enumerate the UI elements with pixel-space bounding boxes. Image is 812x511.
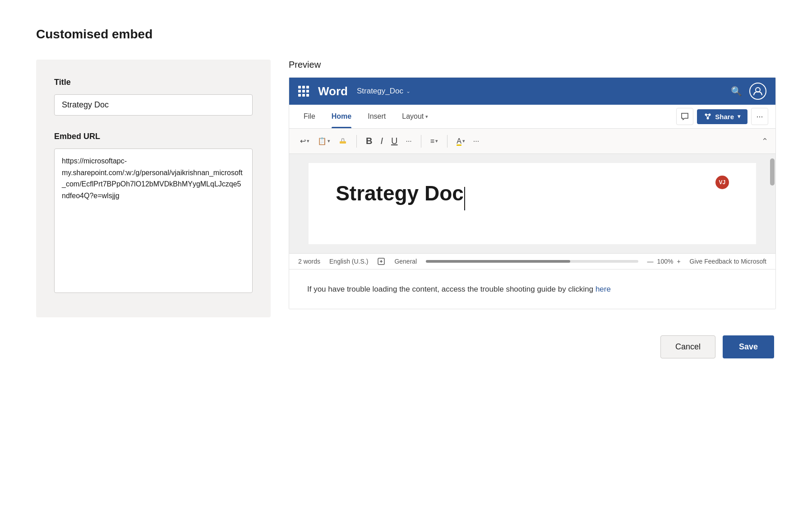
toolbar-divider-2 xyxy=(421,135,421,148)
italic-button[interactable]: I xyxy=(377,133,387,149)
ribbon-right: Share ▾ ··· xyxy=(676,108,768,125)
tab-layout[interactable]: Layout ▾ xyxy=(395,105,435,128)
doc-name-text: Strategy_Doc xyxy=(357,87,403,96)
toolbar-divider-3 xyxy=(447,135,448,148)
trouble-link[interactable]: here xyxy=(595,285,611,293)
word-topbar-right: 🔍 xyxy=(731,83,766,100)
word-statusbar: 2 words English (U.S.) General — 100% + … xyxy=(289,253,775,269)
embed-url-label: Embed URL xyxy=(54,132,253,141)
tab-home[interactable]: Home xyxy=(324,105,359,128)
zoom-level: 100% xyxy=(657,258,674,265)
word-preview: Word Strategy_Doc ⌄ 🔍 xyxy=(289,77,776,309)
word-page: Strategy Doc VJ xyxy=(309,163,756,244)
word-ribbon: File Home Insert Layout ▾ xyxy=(289,105,775,129)
tab-home-label: Home xyxy=(332,112,351,121)
clipboard-chevron-icon: ▾ xyxy=(328,138,330,144)
svg-rect-7 xyxy=(340,141,346,144)
share-chevron-icon: ▾ xyxy=(738,113,740,120)
user-avatar[interactable] xyxy=(749,83,766,100)
word-ribbon-tabs: File Home Insert Layout ▾ xyxy=(296,105,768,128)
zoom-minus-button[interactable]: — xyxy=(647,258,654,265)
search-icon[interactable]: 🔍 xyxy=(731,86,742,97)
main-layout: Title Embed URL https://microsoftapc-my.… xyxy=(36,60,776,317)
tab-file[interactable]: File xyxy=(296,105,323,128)
bold-button[interactable]: B xyxy=(362,133,376,149)
title-input[interactable] xyxy=(54,94,253,116)
word-doc-name[interactable]: Strategy_Doc ⌄ xyxy=(357,87,411,96)
word-doc-area: Strategy Doc VJ xyxy=(289,154,775,253)
tab-layout-label: Layout xyxy=(402,112,424,121)
share-button[interactable]: Share ▾ xyxy=(697,109,747,124)
footer-actions: Cancel Save xyxy=(36,335,776,358)
preview-label: Preview xyxy=(289,60,776,70)
tab-insert-label: Insert xyxy=(368,112,386,121)
doc-name-chevron-icon: ⌄ xyxy=(406,88,411,94)
title-label: Title xyxy=(54,78,253,87)
align-chevron-icon: ▾ xyxy=(435,138,438,144)
align-button[interactable]: ≡ ▾ xyxy=(427,135,442,148)
embed-url-textarea[interactable]: https://microsoftapc-my.sharepoint.com/:… xyxy=(54,149,253,293)
zoom-controls: — 100% + xyxy=(647,258,681,265)
undo-chevron-icon: ▾ xyxy=(307,138,309,144)
tab-insert[interactable]: Insert xyxy=(360,105,393,128)
format-more-button[interactable]: ··· xyxy=(402,135,415,148)
left-panel: Title Embed URL https://microsoftapc-my.… xyxy=(36,60,271,317)
word-count: 2 words xyxy=(298,258,320,265)
word-scrollbar-thumb xyxy=(770,158,775,186)
doc-style: General xyxy=(394,258,417,265)
ribbon-more-button[interactable]: ··· xyxy=(751,108,768,125)
word-toolbar: ↩ ▾ 📋 ▾ B I U xyxy=(289,129,775,154)
share-label: Share xyxy=(715,113,734,121)
word-topbar: Word Strategy_Doc ⌄ 🔍 xyxy=(289,78,775,105)
cancel-button[interactable]: Cancel xyxy=(660,335,715,358)
page-title: Customised embed xyxy=(36,27,776,42)
trouble-loading-section: If you have trouble loading the content,… xyxy=(289,269,775,309)
save-button[interactable]: Save xyxy=(723,335,774,358)
toolbar-undo-group: ↩ ▾ 📋 ▾ xyxy=(296,134,351,149)
layout-chevron-icon: ▾ xyxy=(425,114,428,120)
toolbar-format-group: B I U ··· xyxy=(362,133,415,149)
toolbar-collapse-icon[interactable]: ⌃ xyxy=(761,136,768,146)
language-status: English (U.S.) xyxy=(329,258,368,265)
feedback-link[interactable]: Give Feedback to Microsoft xyxy=(690,258,766,265)
undo-button[interactable]: ↩ ▾ xyxy=(296,134,313,148)
right-panel: Preview Word Strategy_Doc ⌄ 🔍 xyxy=(289,60,776,309)
clipboard-button[interactable]: 📋 ▾ xyxy=(314,134,334,148)
horizontal-scrollbar[interactable] xyxy=(426,260,638,263)
highlighter-button[interactable] xyxy=(335,134,351,149)
toolbar-more-button[interactable]: ··· xyxy=(470,135,483,148)
toolbar-divider-1 xyxy=(356,135,357,148)
comment-button[interactable] xyxy=(676,108,693,125)
toolbar-highlight-group: A ▾ ··· xyxy=(453,135,483,148)
apps-grid-icon[interactable] xyxy=(298,86,309,97)
highlight-chevron-icon: ▾ xyxy=(462,138,465,144)
presence-avatar: VJ xyxy=(715,176,729,189)
toolbar-align-group: ≡ ▾ xyxy=(427,135,442,148)
trouble-message: If you have trouble loading the content,… xyxy=(307,285,593,293)
underline-button[interactable]: U xyxy=(388,133,401,149)
accessibility-icon xyxy=(377,257,385,265)
word-scrollbar[interactable] xyxy=(769,154,775,253)
word-app-name: Word xyxy=(318,84,348,98)
tab-file-label: File xyxy=(304,112,315,121)
word-doc-title: Strategy Doc xyxy=(336,181,464,205)
zoom-plus-button[interactable]: + xyxy=(677,258,680,265)
text-cursor xyxy=(464,187,465,210)
highlight-color-button[interactable]: A ▾ xyxy=(453,135,469,148)
